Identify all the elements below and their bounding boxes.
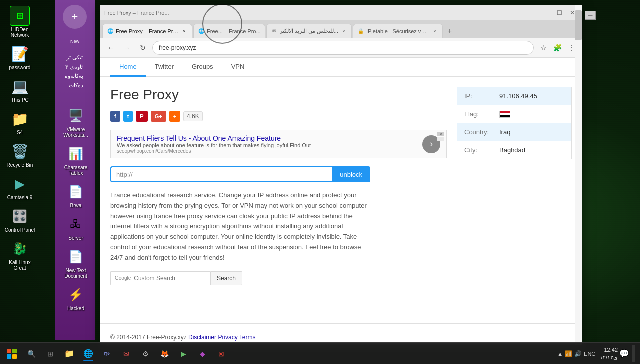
flag-icon <box>500 111 510 118</box>
desktop: ⊞ HiDDenNetwork 📝 password 💻 This PC 📁 S… <box>0 0 640 364</box>
scroll-thumb[interactable] <box>575 10 582 40</box>
sidebar-arabic-text: تیکی ترئاوەی ٣بەكاتەوەدەكات <box>65 53 84 90</box>
ad-close-buttons: ✕ <box>438 132 444 141</box>
forward-button[interactable]: → <box>120 41 134 54</box>
url-input[interactable] <box>152 41 534 55</box>
taskbar-clock[interactable]: 12:42 ﻯ۱٢/۱۲ <box>600 346 618 361</box>
taskbar-search[interactable]: 🔍 <box>23 345 40 362</box>
nav-home[interactable]: Home <box>110 58 146 77</box>
tab-close-0[interactable]: × <box>181 28 188 35</box>
desktop-icon-camtasia[interactable]: ▶ Camtasia 9 <box>2 172 38 202</box>
back-button[interactable]: ← <box>104 41 118 54</box>
notification-button[interactable]: 💬 <box>622 345 627 362</box>
show-desktop-button[interactable] <box>632 345 635 362</box>
tab-1[interactable]: 🌐 Free... – France Pro... <box>194 24 266 38</box>
tab-3[interactable]: 🔒 IPjetable - Sécurisez vot... × <box>353 24 443 38</box>
windows-logo <box>7 349 17 359</box>
desktop-icon-s4[interactable]: 📁 S4 <box>2 107 38 137</box>
tab-2[interactable]: ✉ للتخلص من البريد الالكتر... × <box>266 24 352 38</box>
ad-close-x[interactable]: ✕ <box>438 132 444 136</box>
facebook-button[interactable]: f <box>110 111 120 122</box>
country-value: Iraq <box>500 128 510 136</box>
taskbar: 🔍 ⊞ 📁 🌐 🛍 ✉ ⚙ 🦊 ▶ ◆ ⊠ ▲ 📶 🔊 ENG 12:42 ﻯ۱… <box>0 342 640 364</box>
desktop-icon-vmware[interactable]: 🖥️ VMwareWorkstati... <box>58 104 94 140</box>
maximize-button[interactable]: ☐ <box>554 8 565 17</box>
country-row: Country: Iraq <box>458 123 572 141</box>
googleplus-button[interactable]: G+ <box>151 111 166 122</box>
desktop-icon-control-panel[interactable]: 🎛️ Control Panel <box>2 204 38 235</box>
taskbar-task-view[interactable]: ⊞ <box>42 345 59 362</box>
proxy-url-input[interactable] <box>110 166 332 182</box>
nav-vpn[interactable]: VPN <box>222 58 254 77</box>
desktop-icon-server[interactable]: 🖧 Server <box>58 212 94 243</box>
clock-time: 12:42 <box>600 346 618 353</box>
desktop-icon-this-pc[interactable]: 💻 This PC <box>2 74 38 105</box>
ip-label: IP: <box>464 92 500 100</box>
tray-up-arrow[interactable]: ▲ <box>558 351 563 357</box>
tray-network[interactable]: 📶 <box>565 350 572 357</box>
tab-favicon-1: 🌐 <box>198 28 205 35</box>
desktop-icon-new-text[interactable]: 📄 New TextDocument <box>58 245 94 281</box>
flag-row: Flag: <box>458 105 572 123</box>
minimize-button[interactable]: — <box>541 8 552 17</box>
browser-titlebar: Free Proxy – France Pro... — ☐ ✕ <box>100 5 582 20</box>
tab-title-2: للتخلص من البريد الالكتر... <box>280 28 338 34</box>
url-input-row: unblock <box>110 166 370 182</box>
desktop-icon-recycle-bin[interactable]: 🗑️ Recycle Bin <box>2 139 38 170</box>
taskbar-file-explorer[interactable]: 📁 <box>61 345 78 362</box>
taskbar-firefox[interactable]: 🦊 <box>156 345 173 362</box>
toolbar-icons: ☆ 🧩 ⋮ <box>537 41 578 54</box>
tab-close-2[interactable]: × <box>340 28 348 35</box>
desktop-icon-hidden[interactable]: ⊞ HiDDenNetwork <box>2 4 38 40</box>
taskbar-app2[interactable]: ◆ <box>194 345 211 362</box>
footer-terms-link[interactable]: Terms <box>240 334 256 341</box>
second-browser-indicator[interactable]: — <box>585 11 596 20</box>
desktop-icon-password[interactable]: 📝 password <box>2 42 38 72</box>
tab-0[interactable]: 🌐 Free Proxy – France Pro... × <box>102 24 192 38</box>
nav-groups[interactable]: Groups <box>183 58 222 77</box>
taskbar-edge[interactable]: 🌐 <box>80 345 97 362</box>
new-button[interactable]: + <box>63 5 87 29</box>
tab-title-0: Free Proxy – France Pro... <box>116 28 179 34</box>
pinterest-button[interactable]: P <box>136 111 148 122</box>
tab-close-3[interactable]: × <box>432 28 438 35</box>
footer-privacy-link[interactable]: Privacy <box>218 334 238 341</box>
ip-info-card: IP: 91.106.49.45 Flag: Country: Iraq <box>457 87 572 159</box>
flag-label: Flag: <box>464 110 500 118</box>
city-row: City: Baghdad <box>458 141 572 159</box>
tray-language[interactable]: ENG <box>584 351 596 357</box>
desktop-icon-charasare[interactable]: 📊 CharasareTablex <box>58 142 94 178</box>
tab-title-3: IPjetable - Sécurisez vot... <box>366 28 430 34</box>
more-social-button[interactable]: + <box>170 111 180 122</box>
browser-window: Free Proxy – France Pro... — ☐ ✕ 🌐 Free … <box>100 5 582 345</box>
bookmark-button[interactable]: ☆ <box>537 41 550 54</box>
taskbar-app3[interactable]: ⊠ <box>213 345 230 362</box>
taskbar-mail[interactable]: ✉ <box>118 345 135 362</box>
desktop-icon-brwa[interactable]: 📄 Brwa <box>58 180 94 210</box>
google-logo: Google <box>115 275 131 281</box>
footer-disclaimer-link[interactable]: Disclaimer <box>188 334 216 341</box>
taskbar-settings[interactable]: ⚙ <box>137 345 154 362</box>
scrollbar[interactable] <box>575 5 582 345</box>
ad-close-x2[interactable] <box>438 137 444 141</box>
desktop-icon-kali[interactable]: 🐉 Kali LinuxGreat <box>2 237 38 273</box>
custom-search-input[interactable] <box>134 275 194 282</box>
search-row: Google Search <box>110 271 447 285</box>
new-tab-button[interactable]: + <box>444 25 456 37</box>
browser-title-text: Free Proxy – France Pro... <box>104 10 170 16</box>
twitter-button[interactable]: t <box>124 111 134 122</box>
social-buttons: f t P G+ + 4.6K <box>110 111 447 122</box>
unblock-button[interactable]: unblock <box>332 166 370 182</box>
refresh-button[interactable]: ↻ <box>136 41 150 54</box>
search-button[interactable]: Search <box>210 271 242 285</box>
start-button[interactable] <box>3 345 21 363</box>
tab-favicon-2: ✉ <box>271 28 278 35</box>
ad-title[interactable]: Frequent Fliers Tell Us - About One Amaz… <box>117 134 418 142</box>
address-bar: ← → ↻ ☆ 🧩 ⋮ <box>100 38 582 58</box>
taskbar-store[interactable]: 🛍 <box>99 345 116 362</box>
nav-twitter[interactable]: Twitter <box>146 58 183 77</box>
desktop-icon-hacked[interactable]: ⚡ Hacked <box>58 283 94 313</box>
extension-button[interactable]: 🧩 <box>551 41 564 54</box>
tray-volume[interactable]: 🔊 <box>574 350 582 357</box>
taskbar-app1[interactable]: ▶ <box>175 345 192 362</box>
